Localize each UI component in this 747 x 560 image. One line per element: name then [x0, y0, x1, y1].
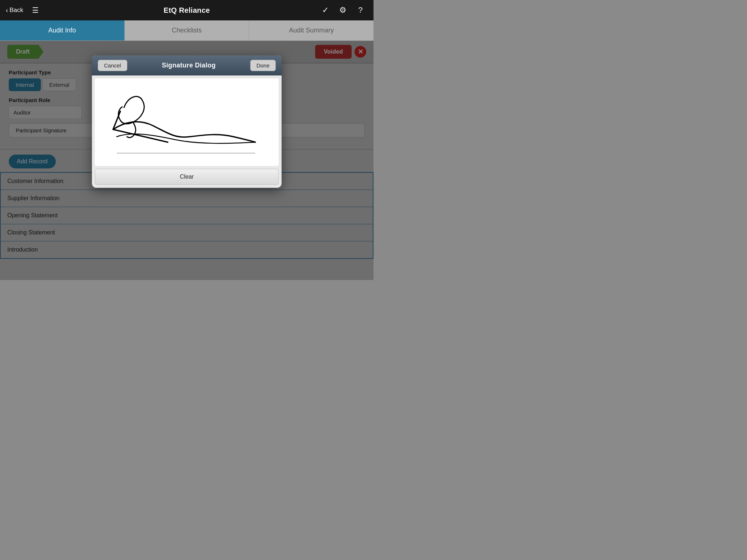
check-icon[interactable]: ✓ [318, 3, 333, 18]
modal-cancel-button[interactable]: Cancel [98, 60, 127, 71]
hamburger-icon[interactable]: ☰ [32, 6, 39, 15]
modal-clear-button[interactable]: Clear [95, 169, 279, 185]
signature-dialog: Cancel Signature Dialog Done Clear [92, 55, 282, 188]
app-title: EtQ Reliance [164, 6, 210, 15]
gear-icon[interactable]: ⚙ [336, 3, 350, 18]
back-button[interactable]: ‹ Back [6, 7, 23, 14]
modal-done-button[interactable]: Done [250, 60, 276, 71]
modal-overlay: Cancel Signature Dialog Done Clear [0, 41, 374, 280]
nav-right: ✓ ⚙ ? [318, 3, 368, 18]
help-icon[interactable]: ? [353, 3, 368, 18]
modal-header: Cancel Signature Dialog Done [92, 55, 282, 75]
back-label: Back [9, 7, 23, 14]
signature-canvas[interactable] [95, 78, 279, 166]
main-content: Draft Voided ✕ Participant Type Internal… [0, 41, 374, 280]
tab-bar: Audit Info Checklists Audit Summary [0, 20, 374, 41]
nav-left: ‹ Back ☰ [6, 6, 39, 15]
tab-audit-info[interactable]: Audit Info [0, 20, 125, 40]
tab-checklists[interactable]: Checklists [125, 20, 249, 40]
tab-audit-summary[interactable]: Audit Summary [249, 20, 374, 40]
back-arrow-icon: ‹ [6, 7, 8, 14]
nav-bar: ‹ Back ☰ EtQ Reliance ✓ ⚙ ? [0, 0, 374, 20]
signature-drawing [95, 78, 279, 166]
modal-title: Signature Dialog [162, 62, 216, 69]
